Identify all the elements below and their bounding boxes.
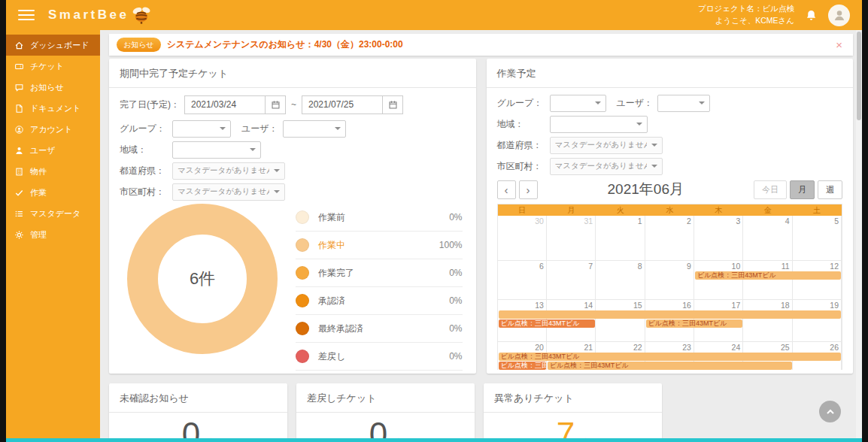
calendar-day-cell[interactable]: 11 [743, 261, 792, 300]
calendar-date-number: 19 [795, 301, 839, 310]
calendar-day-cell[interactable]: 4 [743, 216, 792, 261]
sidebar-item-properties[interactable]: 物件 [6, 161, 100, 182]
calendar-day-cell[interactable]: 15 [596, 300, 645, 342]
vertical-scrollbar[interactable] [856, 30, 862, 438]
calendar-day-cell[interactable]: 1 [596, 216, 645, 261]
sidebar-item-documents[interactable]: ドキュメント [6, 98, 100, 119]
date-to-picker-button[interactable] [383, 95, 403, 114]
calendar-day-header: 木 [694, 204, 743, 216]
calendar-date-number: 14 [549, 301, 593, 310]
user-label: ユーザ： [617, 97, 654, 110]
region-select[interactable] [550, 116, 648, 133]
sidebar-item-label: 物件 [30, 166, 47, 177]
date-from-picker-button[interactable] [266, 95, 286, 114]
calendar-day-cell[interactable]: 13 [498, 300, 547, 342]
sidebar-item-tickets[interactable]: チケット [6, 56, 100, 77]
calendar-day-cell[interactable]: 6 [498, 261, 547, 300]
calendar-next-button[interactable]: › [519, 180, 538, 199]
chevron-down-icon [335, 127, 341, 130]
prefecture-select[interactable]: マスタデータがありません [550, 137, 663, 154]
calendar-day-header: 金 [743, 204, 792, 216]
prefecture-select[interactable]: マスタデータがありません [172, 162, 285, 180]
group-select[interactable] [172, 120, 231, 138]
calendar-day-cell[interactable]: 16 [645, 300, 694, 342]
user-select[interactable] [657, 95, 710, 112]
notice-message: システムメンテナンスのお知らせ：4/30（金）23:00-0:00 [167, 38, 403, 51]
calendar-date-number: 6 [500, 262, 544, 271]
city-select[interactable]: マスタデータがありません [172, 183, 285, 201]
calendar-day-cell[interactable]: 3 [694, 216, 743, 261]
group-select[interactable] [550, 95, 606, 112]
scroll-to-top-button[interactable] [819, 401, 841, 422]
calendar-week-button[interactable]: 週 [818, 180, 842, 199]
group-label: グループ： [497, 97, 545, 110]
calendar-day-cell[interactable]: 25 [743, 342, 792, 370]
legend-percent: 0% [449, 268, 462, 278]
notification-bell-icon[interactable] [805, 9, 818, 22]
hamburger-menu-icon[interactable] [18, 10, 35, 21]
sidebar-item-admin[interactable]: 管理 [6, 224, 100, 245]
notice-banner: お知らせ システムメンテナンスのお知らせ：4/30（金）23:00-0:00 × [109, 34, 853, 56]
calendar-date-number: 16 [648, 301, 691, 310]
schedule-panel-card: 作業予定 グループ： ユーザ： 地域： 都道府 [487, 59, 854, 374]
calendar-day-cell[interactable]: 18 [743, 300, 792, 342]
region-select[interactable] [172, 141, 261, 159]
footer-bar [6, 438, 862, 442]
sidebar-item-label: 管理 [30, 229, 47, 241]
calendar-day-cell[interactable]: 24 [694, 342, 743, 370]
calendar-day-cell[interactable]: 21 [547, 342, 596, 370]
calendar-date-number: 17 [697, 301, 740, 310]
sidebar-item-work[interactable]: 作業 [6, 182, 100, 203]
completion-date-label: 完了日(予定)： [120, 98, 180, 111]
sidebar-item-account[interactable]: アカウント [6, 119, 100, 140]
calendar-date-number: 13 [500, 301, 544, 310]
summary-row: 未確認お知らせ0件差戻しチケット0件異常ありチケット7件 [109, 383, 853, 442]
calendar-day-cell[interactable]: 31 [547, 216, 596, 261]
schedule-panel-title: 作業予定 [487, 59, 854, 88]
calendar-day-cell[interactable]: 30 [498, 216, 547, 261]
calendar-day-cell[interactable]: 8 [596, 261, 645, 300]
calendar-today-button[interactable]: 今日 [754, 180, 787, 199]
prefecture-label: 都道府県： [120, 165, 168, 177]
document-icon [14, 104, 24, 114]
donut-total: 6件 [190, 268, 215, 290]
calendar-day-cell[interactable]: 5 [793, 216, 842, 261]
scrollbar-thumb[interactable] [857, 32, 861, 120]
sidebar-item-masterdata[interactable]: マスタデータ [6, 203, 100, 224]
user-select[interactable] [283, 120, 346, 138]
calendar-day-cell[interactable]: 20 [498, 342, 547, 370]
user-avatar[interactable] [828, 5, 850, 26]
date-from-input[interactable]: 2021/03/24 [184, 95, 266, 114]
calendar-day-cell[interactable]: 26 [793, 342, 842, 370]
ticket-icon [14, 62, 24, 71]
calendar-day-cell[interactable]: 9 [645, 261, 694, 300]
calendar-day-header: 日 [498, 204, 547, 216]
calendar-date-number: 3 [697, 216, 740, 226]
calendar-day-cell[interactable]: 14 [547, 300, 596, 342]
calendar-day-cell[interactable]: 22 [596, 342, 645, 370]
date-to-input[interactable]: 2021/07/25 [302, 95, 383, 114]
calendar-day-cell[interactable]: 23 [645, 342, 694, 370]
calendar-date-number: 30 [500, 216, 544, 226]
legend-label: 差戻し [318, 350, 345, 363]
calendar-prev-button[interactable]: ‹ [497, 180, 516, 199]
calendar-day-cell[interactable]: 2 [645, 216, 694, 261]
account-icon [14, 125, 24, 135]
calendar-day-cell[interactable]: 12 [793, 261, 842, 300]
sidebar-item-users[interactable]: ユーザ [6, 140, 100, 161]
calendar-date-number: 26 [795, 343, 839, 352]
calendar-date-number: 15 [598, 301, 642, 310]
calendar-date-number: 2 [648, 216, 691, 226]
summary-card-title: 差戻しチケット [296, 383, 475, 413]
city-select[interactable]: マスタデータがありません [550, 158, 663, 175]
legend-label: 作業完了 [318, 267, 354, 280]
close-icon[interactable]: × [833, 38, 845, 51]
calendar-day-cell[interactable]: 17 [694, 300, 743, 342]
sidebar-item-dashboard[interactable]: ダッシュボード [6, 35, 100, 56]
calendar-day-cell[interactable]: 19 [793, 300, 842, 342]
calendar-month-button[interactable]: 月 [790, 180, 815, 199]
calendar-day-cell[interactable]: 7 [547, 261, 596, 300]
sidebar-item-label: チケット [30, 61, 64, 72]
calendar-day-cell[interactable]: 10 [694, 261, 743, 300]
sidebar-item-news[interactable]: お知らせ [6, 77, 100, 98]
